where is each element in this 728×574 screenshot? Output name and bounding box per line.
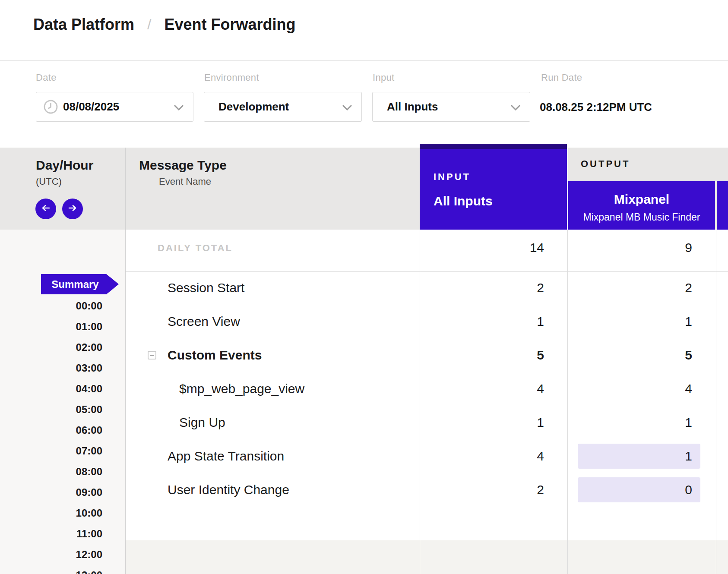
hour-label[interactable]: 12:00 (0, 544, 102, 565)
date-select-value: 08/08/2025 (63, 92, 119, 121)
table-footer-band (125, 540, 728, 574)
input-column-header[interactable]: INPUT All Inputs (420, 144, 567, 230)
input-section-label: INPUT (434, 171, 471, 183)
input-count: 1 (420, 406, 544, 439)
run-date-value: 08.08.25 2:12PM UTC (540, 101, 652, 114)
output-count: 4 (567, 372, 692, 406)
output-count: 2 (567, 271, 692, 305)
input-count: 1 (420, 305, 544, 338)
hour-label[interactable]: 02:00 (0, 337, 102, 358)
output-count: 0 (578, 477, 700, 502)
day-hour-column-title: Day/Hour (36, 158, 93, 173)
hour-label[interactable]: 10:00 (0, 503, 102, 524)
minus-icon (150, 355, 154, 356)
output-section-label: OUTPUT (581, 158, 630, 170)
hour-label[interactable]: 03:00 (0, 358, 102, 378)
highlighted-output-cell[interactable]: 1 (578, 444, 700, 469)
hour-label[interactable]: 08:00 (0, 461, 102, 482)
clock-icon (44, 100, 58, 114)
table-row: Sign Up11 (125, 406, 728, 439)
event-row-label: Screen View (168, 305, 240, 338)
header-divider (0, 60, 728, 61)
summary-tag[interactable]: Summary (41, 274, 119, 294)
previous-day-button[interactable] (35, 199, 56, 219)
hour-label[interactable]: 07:00 (0, 441, 102, 461)
hour-label[interactable]: 04:00 (0, 378, 102, 399)
arrow-right-icon (68, 205, 77, 213)
hour-label[interactable]: 13:00 (0, 565, 102, 574)
input-select[interactable]: All Inputs (372, 92, 530, 122)
table-row: Custom Events55 (125, 338, 728, 372)
input-count: 2 (420, 473, 544, 507)
input-count: 2 (420, 271, 544, 305)
input-count: 5 (420, 338, 544, 372)
event-forwarding-page: Data Platform / Event Forwarding Date En… (0, 0, 728, 574)
hour-label[interactable]: 05:00 (0, 399, 102, 420)
message-type-column-title: Message Type (139, 158, 227, 173)
table-row: Screen View11 (125, 305, 728, 338)
event-row-label: App State Transition (168, 439, 284, 473)
date-select[interactable]: 08/08/2025 (36, 92, 193, 122)
output-column-header-partial (717, 181, 728, 230)
event-row-label: User Identity Change (168, 473, 289, 507)
hour-label[interactable]: 06:00 (0, 420, 102, 441)
event-row-label: Sign Up (179, 406, 225, 439)
daily-total-output-value: 9 (567, 240, 692, 255)
header-column-gap (567, 144, 568, 230)
hour-label[interactable]: 01:00 (0, 316, 102, 337)
input-column-title: All Inputs (434, 194, 493, 208)
chevron-down-icon (342, 104, 352, 110)
table-row: User Identity Change20 (125, 473, 728, 507)
output-column-subtitle: Mixpanel MB Music Finder (568, 211, 715, 223)
breadcrumb-section[interactable]: Data Platform (33, 16, 134, 34)
environment-select-value: Development (218, 92, 289, 121)
breadcrumb-separator: / (147, 16, 151, 33)
environment-filter-label: Environment (204, 72, 259, 83)
collapse-toggle-icon[interactable] (148, 351, 156, 360)
day-hour-timezone: (UTC) (36, 176, 62, 187)
grid-line (420, 230, 420, 574)
arrow-left-icon (41, 205, 51, 213)
event-name-subtitle: Event Name (159, 176, 211, 187)
breadcrumb: Data Platform / Event Forwarding (33, 15, 296, 35)
page-title: Event Forwarding (165, 16, 296, 34)
event-row-label: $mp_web_page_view (179, 372, 304, 406)
date-filter-label: Date (36, 72, 57, 83)
input-select-value: All Inputs (387, 92, 438, 121)
input-count: 4 (420, 439, 544, 473)
daily-total-input-value: 14 (420, 240, 544, 255)
highlighted-output-cell[interactable]: 0 (578, 477, 700, 502)
hour-label[interactable]: 09:00 (0, 482, 102, 503)
hour-label[interactable]: 00:00 (0, 296, 102, 316)
chevron-down-icon (174, 104, 184, 110)
input-count: 4 (420, 372, 544, 406)
event-row-label: Custom Events (168, 338, 262, 372)
daily-total-divider (125, 271, 728, 271)
event-row-label: Session Start (168, 271, 244, 305)
output-column-title: Mixpanel (568, 192, 715, 207)
daily-total-label: DAILY TOTAL (158, 243, 233, 254)
input-filter-label: Input (373, 72, 394, 83)
grid-line (567, 230, 568, 574)
output-column-header-mixpanel[interactable]: Mixpanel Mixpanel MB Music Finder (568, 181, 715, 230)
output-count: 5 (567, 338, 692, 372)
run-date-label: Run Date (541, 72, 582, 83)
output-count: 1 (567, 305, 692, 338)
table-row: $mp_web_page_view44 (125, 372, 728, 406)
next-day-button[interactable] (62, 199, 83, 219)
chevron-down-icon (511, 104, 520, 110)
grid-line (716, 230, 716, 574)
table-row: Session Start22 (125, 271, 728, 305)
output-count: 1 (567, 406, 692, 439)
output-count: 1 (578, 444, 700, 469)
rail-divider (125, 148, 126, 574)
environment-select[interactable]: Development (204, 92, 362, 122)
hour-label[interactable]: 11:00 (0, 524, 102, 544)
table-row: App State Transition41 (125, 439, 728, 473)
